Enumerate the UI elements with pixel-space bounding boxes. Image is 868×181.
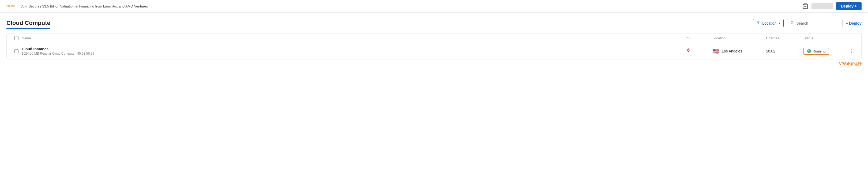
instance-info: Cloud Instance 1024.00 MB Regular Cloud … xyxy=(22,47,686,55)
row-checkbox[interactable] xyxy=(14,49,19,53)
flag-icon: 🇺🇸 xyxy=(712,48,719,54)
page-header: Cloud Compute Location ▾ xyxy=(0,12,868,29)
col-actions xyxy=(846,36,857,40)
col-status: Status xyxy=(803,36,846,40)
status-badge[interactable]: Running xyxy=(803,48,829,55)
news-text: Vultr Secures $3.5 Billion Valuation in … xyxy=(21,4,148,8)
chevron-down-icon: ▾ xyxy=(779,22,780,25)
svg-point-6 xyxy=(851,50,852,50)
table-header: Name OS Location Charges Status xyxy=(7,33,861,43)
col-os: OS xyxy=(686,36,712,40)
select-all-checkbox[interactable] xyxy=(14,36,19,40)
instance-name[interactable]: Cloud Instance xyxy=(22,47,686,51)
search-wrapper[interactable] xyxy=(787,19,842,27)
location-name: Los Angeles xyxy=(722,49,742,53)
status-dot-icon xyxy=(807,49,811,53)
table-wrapper: Name OS Location Charges Status Cloud In… xyxy=(6,33,862,59)
col-name: Name xyxy=(22,36,686,40)
status-cell: Running xyxy=(803,48,846,55)
search-icon xyxy=(790,21,794,25)
news-label: NEWS: xyxy=(6,4,18,8)
location-cell: 🇺🇸 Los Angeles xyxy=(712,48,766,54)
vps-annotation: VPS正在运行 xyxy=(0,59,868,68)
select-all-checkbox-cell[interactable] xyxy=(11,36,22,40)
charges-cell: $0.02 xyxy=(766,49,803,53)
news-bar: NEWS: Vultr Secures $3.5 Billion Valuati… xyxy=(0,0,868,12)
svg-line-5 xyxy=(793,23,794,24)
title-underline xyxy=(6,28,50,29)
location-filter[interactable]: Location ▾ xyxy=(753,19,784,27)
deploy-link[interactable]: + Deploy xyxy=(846,21,862,25)
location-filter-label: Location xyxy=(762,21,776,25)
svg-point-4 xyxy=(791,22,793,24)
table-row: Cloud Instance 1024.00 MB Regular Cloud … xyxy=(7,43,861,59)
more-options-button[interactable] xyxy=(846,49,857,54)
svg-point-8 xyxy=(851,52,852,53)
row-checkbox-cell[interactable] xyxy=(11,49,22,53)
col-location: Location xyxy=(712,36,766,40)
deploy-button-top[interactable]: Deploy + xyxy=(836,2,862,10)
search-input[interactable] xyxy=(796,21,839,25)
user-avatar[interactable] xyxy=(811,3,833,9)
filter-icon xyxy=(756,21,760,25)
cart-icon[interactable] xyxy=(802,3,808,9)
col-charges: Charges xyxy=(766,36,803,40)
svg-point-7 xyxy=(851,51,852,52)
os-icon xyxy=(686,47,712,55)
header-controls: Location ▾ + Deploy xyxy=(753,19,862,29)
page-title: Cloud Compute xyxy=(6,20,50,27)
status-label: Running xyxy=(812,49,826,53)
instance-sub: 1024.00 MB Regular Cloud Compute - 45.63… xyxy=(22,52,686,55)
page-title-wrapper: Cloud Compute xyxy=(6,20,50,29)
news-right: Deploy + xyxy=(802,2,862,10)
